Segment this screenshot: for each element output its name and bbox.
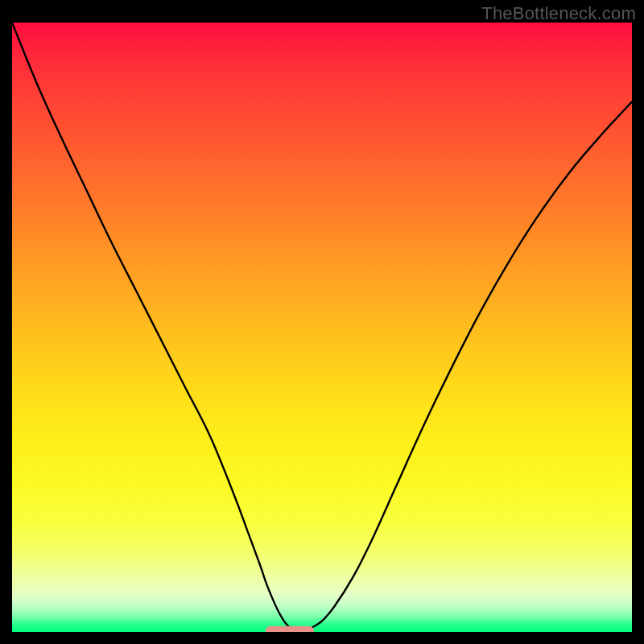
chart-frame: TheBottleneck.com [0,0,644,644]
curve-left-branch [12,23,291,629]
curve-right-branch [310,101,632,629]
optimal-range-marker [266,626,314,632]
bottleneck-curve [12,23,632,632]
plot-area [12,23,632,632]
watermark-text: TheBottleneck.com [481,3,636,24]
